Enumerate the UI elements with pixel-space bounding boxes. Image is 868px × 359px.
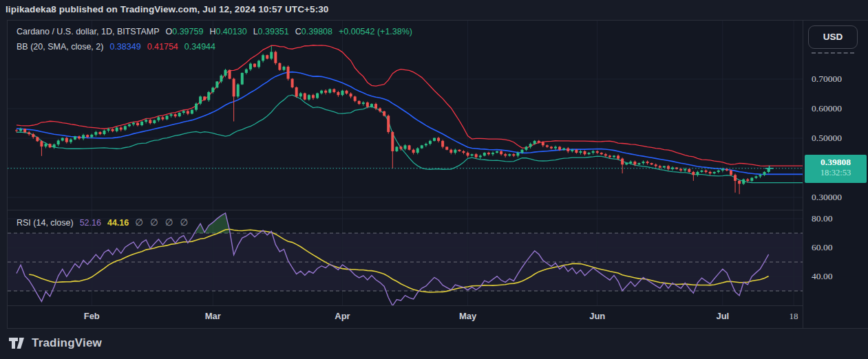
plot-column: Cardano / U.S. dollar, 1D, BITSTAMP O0.3… bbox=[8, 21, 803, 328]
high-value: H0.40130 bbox=[209, 27, 246, 36]
time-tick-label: Jun bbox=[580, 311, 615, 321]
rsi-empty-slot-icon: ∅ bbox=[135, 217, 144, 228]
rsi-empty-slot-icon: ∅ bbox=[180, 217, 189, 228]
price-tick-label: 0.60000 bbox=[812, 103, 842, 114]
tradingview-wordmark: TradingView bbox=[32, 336, 102, 350]
rsi-tick-label: 40.00 bbox=[812, 271, 832, 282]
symbol-title: Cardano / U.S. dollar, 1D, BITSTAMP bbox=[17, 27, 159, 36]
tradingview-snapshot: lipikadeka8 published on TradingView.com… bbox=[0, 0, 868, 359]
time-tick-label: Feb bbox=[74, 311, 109, 321]
rsi-tick-label: 60.00 bbox=[812, 242, 832, 253]
time-axis[interactable]: FebMarAprMayJunJul18 bbox=[8, 305, 803, 328]
open-value: O0.39759 bbox=[165, 27, 203, 36]
low-value: L0.39351 bbox=[253, 27, 289, 36]
price-tick-label: 0.70000 bbox=[812, 74, 842, 85]
rsi-tick-label: 80.00 bbox=[812, 213, 832, 224]
price-tick-label: 0.30000 bbox=[812, 192, 842, 203]
bb-title: BB (20, SMA, close, 2) bbox=[17, 42, 103, 52]
rsi-empty-slot-icon: ∅ bbox=[150, 217, 159, 228]
rsi-ma-value: 44.16 bbox=[107, 218, 129, 228]
rsi-value: 52.16 bbox=[80, 218, 101, 228]
price-axis[interactable]: USD 0.39808 18:32:53 0.700000.600000.500… bbox=[803, 21, 868, 328]
time-tick-label: Apr bbox=[325, 311, 359, 321]
last-price-badge: 0.39808 18:32:53 bbox=[805, 155, 867, 183]
footer: TradingView bbox=[9, 336, 102, 350]
price-tick-label: 0.50000 bbox=[812, 133, 842, 144]
price-change: +0.00542 (+1.38%) bbox=[339, 27, 412, 36]
publish-header: lipikadeka8 published on TradingView.com… bbox=[6, 4, 328, 14]
close-value: C0.39808 bbox=[295, 27, 332, 36]
bb-legend: BB (20, SMA, close, 2) 0.38349 0.41754 0… bbox=[17, 42, 215, 52]
symbol-legend: Cardano / U.S. dollar, 1D, BITSTAMP O0.3… bbox=[17, 27, 412, 36]
rsi-legend: RSI (14, close) 52.16 44.16 ∅ ∅ ∅ ∅ bbox=[17, 217, 189, 228]
time-tick-label: May bbox=[451, 311, 485, 321]
last-price-value: 0.39808 bbox=[805, 157, 867, 168]
time-tick-label: Mar bbox=[195, 311, 230, 321]
bb-lower-value: 0.34944 bbox=[184, 42, 215, 52]
chart-widget: Cardano / U.S. dollar, 1D, BITSTAMP O0.3… bbox=[7, 20, 868, 329]
rsi-title: RSI (14, close) bbox=[17, 218, 74, 228]
tradingview-logo-icon bbox=[9, 338, 25, 349]
time-tick-label: Jul bbox=[706, 311, 740, 321]
rsi-pane[interactable]: RSI (14, close) 52.16 44.16 ∅ ∅ ∅ ∅ bbox=[8, 210, 803, 305]
bar-countdown: 18:32:53 bbox=[805, 168, 867, 178]
axis-dashed-separator bbox=[812, 52, 854, 54]
rsi-empty-slot-icon: ∅ bbox=[165, 217, 174, 228]
price-pane[interactable]: Cardano / U.S. dollar, 1D, BITSTAMP O0.3… bbox=[8, 21, 803, 210]
bb-basis-value: 0.38349 bbox=[109, 42, 140, 52]
currency-button[interactable]: USD bbox=[808, 25, 858, 49]
bb-upper-value: 0.41754 bbox=[147, 42, 178, 52]
